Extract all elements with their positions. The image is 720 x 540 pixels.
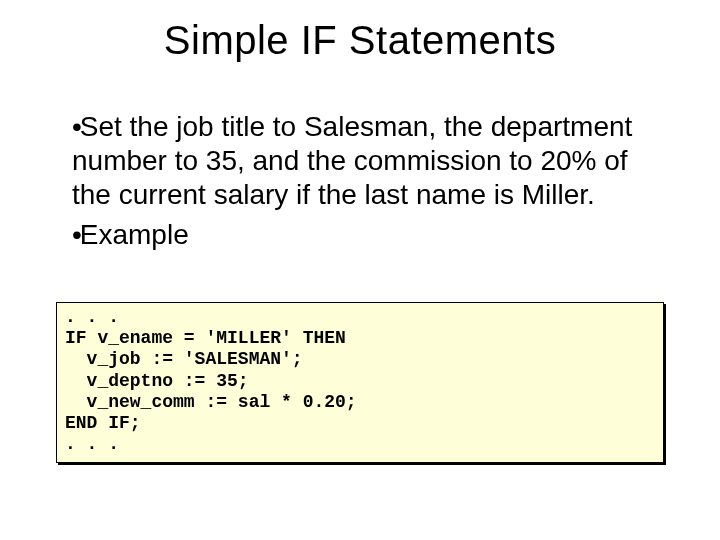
- bullet-text: Set the job title to Salesman, the depar…: [72, 111, 632, 210]
- slide: Simple IF Statements • Set the job title…: [0, 0, 720, 540]
- bullet-item: • Set the job title to Salesman, the dep…: [72, 110, 662, 212]
- bullet-text: Example: [80, 219, 189, 250]
- code-example-box: . . . IF v_ename = 'MILLER' THEN v_job :…: [56, 302, 664, 463]
- bullet-item: • Example: [72, 218, 662, 252]
- code-example: . . . IF v_ename = 'MILLER' THEN v_job :…: [65, 307, 655, 456]
- slide-title: Simple IF Statements: [0, 18, 720, 63]
- slide-body: • Set the job title to Salesman, the dep…: [72, 110, 662, 259]
